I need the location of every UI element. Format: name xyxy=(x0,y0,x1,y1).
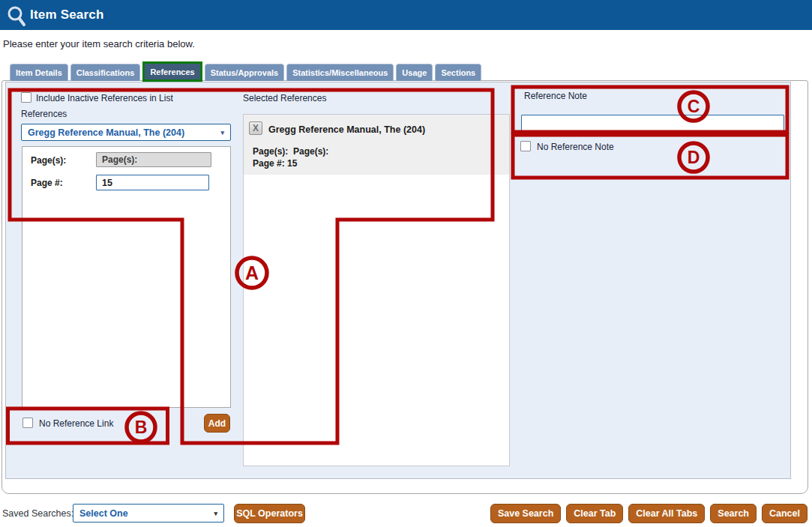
reference-note-input[interactable] xyxy=(521,115,784,133)
selected-item-title: Gregg Reference Manual, The (204) xyxy=(268,124,425,135)
no-reference-link-checkbox[interactable] xyxy=(22,418,33,428)
include-inactive-label: Include Inactive References in List xyxy=(36,93,173,103)
reference-note-label: Reference Note xyxy=(524,91,587,101)
tab-references[interactable]: References xyxy=(142,61,202,82)
tab-status-approvals[interactable]: Status/Approvals xyxy=(205,64,284,81)
tab-sections[interactable]: Sections xyxy=(435,64,481,81)
selected-item-page-number: Page #: 15 xyxy=(253,158,297,169)
selected-item-pages: Page(s): Page(s): xyxy=(253,146,328,157)
selected-references-list: X Gregg Reference Manual, The (204) Page… xyxy=(243,114,510,466)
instructions-text: Please enter your item search criteria b… xyxy=(3,38,195,49)
saved-searches-label: Saved Searches: xyxy=(2,508,73,519)
tab-classifications[interactable]: Classifications xyxy=(70,64,141,81)
sql-operators-button[interactable]: SQL Operators xyxy=(234,504,305,523)
references-dropdown-value: Gregg Reference Manual, The (204) xyxy=(28,127,184,138)
no-reference-link-label: No Reference Link xyxy=(39,418,113,429)
chevron-down-icon: ▾ xyxy=(220,129,224,136)
references-label: References xyxy=(21,109,67,119)
reference-fields-box: Page(s): Page #: xyxy=(22,146,231,408)
tab-statistics-miscellaneous[interactable]: Statistics/Miscellaneous xyxy=(286,64,394,81)
add-button[interactable]: Add xyxy=(204,414,230,433)
references-dropdown[interactable]: Gregg Reference Manual, The (204) ▾ xyxy=(21,124,231,141)
selected-references-label: Selected References xyxy=(243,93,326,103)
search-icon xyxy=(6,4,27,27)
cancel-button[interactable]: Cancel xyxy=(762,504,808,523)
pages-label: Page(s): xyxy=(31,155,66,166)
saved-searches-dropdown-value: Select One xyxy=(79,508,128,519)
page-number-input[interactable] xyxy=(96,175,209,190)
saved-searches-dropdown[interactable]: Select One ▾ xyxy=(73,504,224,523)
footer-action-buttons: Save Search Clear Tab Clear All Tabs Sea… xyxy=(490,504,808,523)
chevron-down-icon: ▾ xyxy=(214,510,217,517)
tab-usage[interactable]: Usage xyxy=(396,64,433,81)
save-search-button[interactable]: Save Search xyxy=(490,504,561,523)
selected-reference-item[interactable]: X Gregg Reference Manual, The (204) Page… xyxy=(244,115,509,175)
page-title: Item Search xyxy=(30,7,104,22)
clear-tab-button[interactable]: Clear Tab xyxy=(566,504,623,523)
no-reference-note-checkbox[interactable] xyxy=(520,141,531,151)
no-reference-note-label: No Reference Note xyxy=(537,142,614,152)
page-number-label: Page #: xyxy=(31,178,63,188)
window-header: Item Search xyxy=(0,0,812,30)
tab-item-details[interactable]: Item Details xyxy=(10,64,68,81)
remove-item-icon[interactable]: X xyxy=(249,121,262,135)
pages-input[interactable] xyxy=(96,152,211,167)
clear-all-tabs-button[interactable]: Clear All Tabs xyxy=(628,504,705,523)
include-inactive-checkbox[interactable] xyxy=(21,92,31,103)
tab-bar: Item Details Classifications References … xyxy=(10,63,481,81)
search-button[interactable]: Search xyxy=(710,504,757,523)
